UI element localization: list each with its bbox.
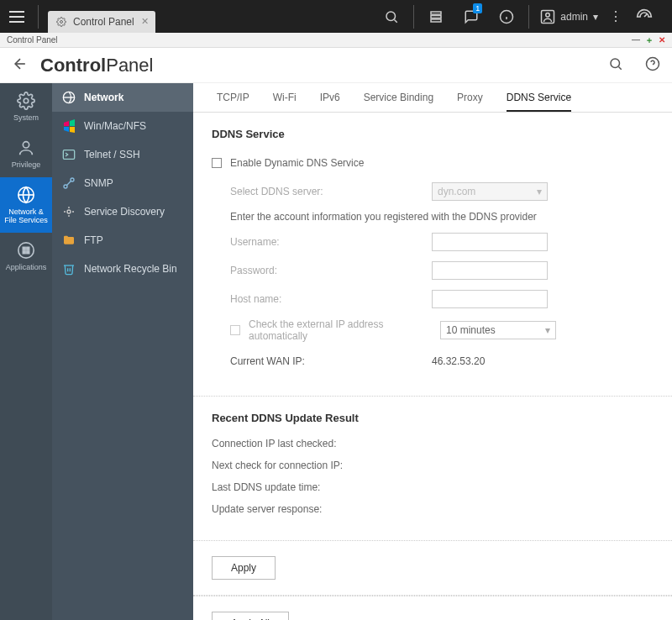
svg-rect-27 bbox=[23, 251, 25, 254]
password-label: Password: bbox=[230, 265, 432, 276]
hostname-input[interactable] bbox=[432, 290, 548, 308]
wan-ip-label: Current WAN IP: bbox=[230, 355, 432, 367]
back-button[interactable] bbox=[12, 55, 29, 76]
apply-button[interactable]: Apply bbox=[212, 556, 276, 580]
result-last-checked: Connection IP last checked: bbox=[212, 438, 654, 449]
svg-rect-25 bbox=[23, 247, 25, 250]
rail-label: Applications bbox=[6, 263, 47, 271]
svg-rect-26 bbox=[27, 247, 29, 250]
chevron-down-icon: ▾ bbox=[545, 324, 550, 336]
apply-all-button[interactable]: Apply All bbox=[212, 612, 289, 620]
password-row: Password: bbox=[230, 261, 654, 280]
system-topbar: Control Panel ✕ 1 admin ▾ ⋮ bbox=[0, 0, 672, 33]
check-interval-select[interactable]: 10 minutes ▾ bbox=[440, 321, 556, 339]
section-title: DDNS Service bbox=[212, 128, 654, 140]
page-titlebar: ControlPanel bbox=[0, 48, 672, 83]
tab-tcpip[interactable]: TCP/IP bbox=[217, 92, 249, 112]
apply-section: Apply bbox=[193, 541, 672, 596]
password-input[interactable] bbox=[432, 261, 548, 280]
folder-icon bbox=[62, 234, 76, 247]
enable-ddns-label: Enable Dynamic DNS Service bbox=[230, 157, 364, 169]
info-button[interactable] bbox=[489, 0, 524, 33]
svg-marker-31 bbox=[64, 121, 69, 126]
notifications-button[interactable]: 1 bbox=[454, 0, 489, 33]
user-label: admin bbox=[560, 11, 588, 23]
window-tab-control-panel[interactable]: Control Panel ✕ bbox=[48, 11, 155, 33]
more-button[interactable]: ⋮ bbox=[605, 0, 627, 33]
enable-ddns-checkbox[interactable] bbox=[212, 158, 222, 168]
svg-point-20 bbox=[24, 98, 29, 103]
chevron-down-icon: ▾ bbox=[593, 11, 598, 23]
sidebar-item-label: Service Discovery bbox=[84, 206, 165, 218]
svg-point-16 bbox=[611, 59, 620, 68]
svg-point-13 bbox=[546, 13, 550, 17]
sidebar-item-telnet[interactable]: Telnet / SSH bbox=[52, 140, 193, 169]
terminal-icon bbox=[62, 148, 76, 161]
trash-icon bbox=[62, 262, 76, 276]
tab-wifi[interactable]: Wi-Fi bbox=[273, 92, 297, 112]
divider bbox=[528, 5, 529, 29]
sidebar-item-recycle[interactable]: Network Recycle Bin bbox=[52, 255, 193, 283]
sidebar-item-label: SNMP bbox=[84, 177, 113, 189]
svg-point-4 bbox=[386, 12, 396, 21]
divider bbox=[413, 5, 414, 29]
snmp-icon bbox=[62, 176, 76, 190]
svg-marker-34 bbox=[70, 127, 75, 133]
result-section: Recent DDNS Update Result Connection IP … bbox=[193, 397, 672, 541]
apply-all-section: Apply All bbox=[193, 596, 672, 620]
tab-service-binding[interactable]: Service Binding bbox=[364, 92, 433, 112]
svg-point-39 bbox=[67, 210, 71, 213]
svg-line-17 bbox=[618, 66, 621, 69]
sidebar-item-snmp[interactable]: SNMP bbox=[52, 169, 193, 197]
svg-line-14 bbox=[644, 13, 647, 16]
sidebar-item-discovery[interactable]: Service Discovery bbox=[52, 197, 193, 226]
wan-ip-row: Current WAN IP: 46.32.53.20 bbox=[230, 352, 654, 370]
rail-privilege[interactable]: Privilege bbox=[0, 130, 52, 177]
content-area: TCP/IP Wi-Fi IPv6 Service Binding Proxy … bbox=[193, 83, 672, 620]
user-menu[interactable]: admin ▾ bbox=[533, 9, 605, 24]
svg-marker-32 bbox=[70, 119, 75, 126]
svg-point-3 bbox=[60, 20, 63, 23]
tab-ipv6[interactable]: IPv6 bbox=[320, 92, 340, 112]
main-menu-button[interactable] bbox=[0, 0, 34, 33]
rail-network[interactable]: Network & File Services bbox=[0, 177, 52, 233]
ddns-server-select[interactable]: dyn.com ▾ bbox=[432, 182, 548, 201]
search-button[interactable] bbox=[374, 0, 409, 33]
svg-line-5 bbox=[395, 19, 397, 22]
page-title: ControlPanel bbox=[40, 55, 153, 76]
settings-sidebar: Network Win/Mac/NFS Telnet / SSH SNMP Se… bbox=[52, 83, 193, 620]
section-title: Recent DDNS Update Result bbox=[212, 412, 654, 424]
check-ext-label: Check the external IP address automatica… bbox=[249, 318, 440, 342]
svg-marker-33 bbox=[64, 127, 69, 132]
tab-ddns[interactable]: DDNS Service bbox=[507, 92, 571, 112]
check-ext-checkbox[interactable] bbox=[230, 325, 240, 335]
tab-proxy[interactable]: Proxy bbox=[457, 92, 483, 112]
maximize-button[interactable]: ＋ bbox=[645, 34, 654, 46]
help-button[interactable] bbox=[645, 56, 660, 75]
sidebar-item-network[interactable]: Network bbox=[52, 83, 193, 112]
username-input[interactable] bbox=[432, 233, 548, 251]
ddns-section: DDNS Service Enable Dynamic DNS Service … bbox=[193, 113, 672, 397]
dashboard-button[interactable] bbox=[627, 0, 662, 33]
provider-info: Enter the account information you regist… bbox=[230, 211, 654, 223]
rail-applications[interactable]: Applications bbox=[0, 233, 52, 280]
sidebar-item-label: FTP bbox=[84, 234, 103, 246]
select-value: 10 minutes bbox=[446, 324, 496, 336]
select-server-row: Select DDNS server: dyn.com ▾ bbox=[230, 182, 654, 201]
minimize-button[interactable]: — bbox=[632, 35, 640, 45]
svg-rect-8 bbox=[431, 19, 441, 22]
close-tab-icon[interactable]: ✕ bbox=[141, 16, 149, 27]
tasks-button[interactable] bbox=[418, 0, 454, 33]
panel-search-button[interactable] bbox=[608, 56, 623, 75]
rail-label: Privilege bbox=[12, 160, 41, 169]
sidebar-item-ftp[interactable]: FTP bbox=[52, 226, 193, 255]
svg-point-24 bbox=[18, 243, 34, 258]
close-button[interactable]: ✕ bbox=[659, 35, 665, 45]
result-last-update: Last DDNS update time: bbox=[212, 481, 654, 493]
notification-badge: 1 bbox=[473, 3, 482, 13]
sidebar-item-winmac[interactable]: Win/Mac/NFS bbox=[52, 112, 193, 140]
svg-line-38 bbox=[66, 181, 71, 185]
rail-system[interactable]: System bbox=[0, 83, 52, 130]
tab-strip: TCP/IP Wi-Fi IPv6 Service Binding Proxy … bbox=[193, 83, 672, 113]
enable-ddns-row: Enable Dynamic DNS Service bbox=[212, 154, 654, 172]
